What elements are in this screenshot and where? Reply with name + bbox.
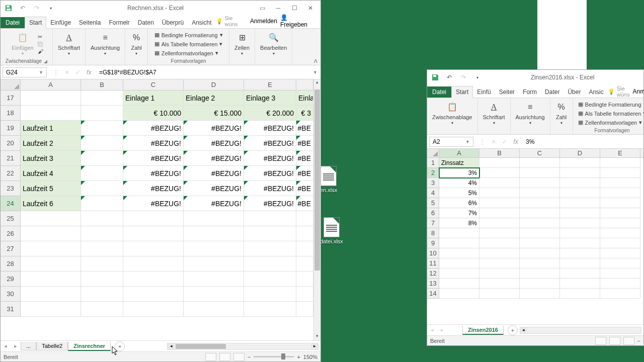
cell[interactable] [81,272,123,287]
fx-icon[interactable]: fx [84,69,94,76]
sheet-tab-zinsrechner[interactable]: Zinsrechner [68,342,111,351]
redo-button[interactable]: ↷ [457,71,469,83]
cell[interactable] [123,211,184,226]
cell[interactable]: #BEZUG! [244,196,296,211]
number-group-button[interactable]: % Zahl ▾ [553,100,570,127]
cell[interactable] [600,158,640,168]
cell[interactable] [520,188,560,198]
enter-icon[interactable]: ✓ [73,69,83,76]
cell[interactable] [439,279,479,289]
cell[interactable] [21,211,81,226]
undo-button[interactable]: ↶ [17,2,29,14]
cell[interactable]: #BEZUG! [123,136,184,151]
cell[interactable] [439,289,479,299]
cell[interactable] [520,198,560,208]
number-group-button[interactable]: % Zahl ▾ [128,31,144,57]
cell[interactable]: #BEZUG! [184,136,244,151]
cell[interactable]: Laufzeit 6 [21,196,81,211]
cell[interactable] [520,178,560,188]
conditional-formatting-button[interactable]: ▦Bedingte Formatierung ▾ [576,100,644,109]
tab-view[interactable]: Ansicht [188,17,215,28]
qat-dropdown[interactable]: ▾ [471,71,484,83]
row-header[interactable]: 20 [1,136,21,151]
formula-input[interactable] [523,137,643,146]
cell[interactable] [560,178,600,188]
cell[interactable] [296,211,313,226]
row-header[interactable]: 25 [1,211,21,226]
cell[interactable] [479,158,520,168]
zoom-thumb[interactable] [281,353,285,359]
chevron-down-icon[interactable]: ▼ [39,70,43,75]
editing-group-button[interactable]: 🔍 Bearbeiten ▾ [258,31,289,57]
select-all-button[interactable] [1,79,21,90]
cell[interactable] [560,208,600,218]
row-header[interactable]: 12 [427,268,439,279]
normal-view-button[interactable] [595,337,606,345]
cell[interactable]: Laufzeit 2 [21,136,81,151]
zoom-slider[interactable] [254,356,294,357]
col-header-d[interactable]: D [560,149,600,157]
enter-icon[interactable]: ✓ [500,138,510,145]
cell[interactable] [600,208,640,218]
alignment-group-button[interactable]: ≡ Ausrichtung ▾ [514,100,547,127]
cell[interactable] [21,226,81,241]
cell[interactable] [184,226,244,241]
cell[interactable] [439,238,479,248]
row-header[interactable]: 4 [427,188,439,198]
vertical-scrollbar[interactable]: ▴ ▾ [313,79,320,340]
tab-review[interactable]: Über [564,86,585,98]
paste-button[interactable]: 📋 Einfügen ▾ [10,31,35,57]
cell[interactable]: #BEZUG! [244,151,296,166]
row-header[interactable]: 10 [427,248,439,258]
cell[interactable] [81,302,123,317]
row-header[interactable]: 26 [1,226,21,241]
formula-input[interactable] [96,68,310,77]
normal-view-button[interactable] [205,353,216,361]
col-header-a[interactable]: A [21,79,81,90]
row-header[interactable]: 2 [427,168,439,178]
share-button[interactable]: 👤 Freigeben [280,14,316,28]
tab-review[interactable]: Überprü [158,17,188,28]
tab-nav-next[interactable]: ▸ [11,343,21,349]
sign-in-link[interactable]: Anmelden [250,18,277,25]
cell[interactable] [81,196,123,211]
cell[interactable] [600,178,640,188]
cell[interactable] [520,248,560,258]
cell[interactable] [296,302,313,317]
cell[interactable] [520,238,560,248]
cell[interactable] [520,158,560,168]
cell[interactable]: Einlage 1 [123,90,184,106]
tab-nav-prev[interactable]: ◂ [1,343,11,349]
row-header[interactable]: 9 [427,238,439,248]
col-header-f[interactable] [296,79,313,90]
cell[interactable] [560,228,600,238]
cell[interactable] [244,287,296,302]
row-header[interactable]: 31 [1,302,21,317]
zoom-out-button[interactable]: − [637,338,640,344]
cell[interactable] [244,256,296,272]
cell[interactable]: Laufzeit 4 [21,166,81,181]
collapse-ribbon-icon[interactable]: ᐱ [314,58,317,64]
cell[interactable] [81,90,123,106]
cell[interactable]: #BE [296,181,313,196]
row-header[interactable]: 30 [1,287,21,302]
cell[interactable] [123,226,184,241]
cells-group-button[interactable]: ⊞ Zellen ▾ [232,31,252,57]
cut-icon[interactable]: ✂ [38,34,43,40]
cell[interactable] [81,256,123,272]
tell-me-search[interactable]: 💡 Sie wüns [216,15,247,27]
alignment-group-button[interactable]: ≡ Ausrichtung ▾ [89,31,122,57]
cell[interactable]: #BEZUG! [184,181,244,196]
cell[interactable] [479,228,520,238]
cell[interactable] [520,168,560,178]
cell[interactable] [184,302,244,317]
page-break-button[interactable] [623,337,634,345]
zoom-out-button[interactable]: − [248,354,251,360]
cell[interactable] [81,121,123,136]
cell[interactable] [123,302,184,317]
tab-file[interactable]: Datei [427,86,451,98]
tell-me-search[interactable]: 💡 Sie wüns [608,85,630,98]
cell[interactable] [439,248,479,258]
col-header-b[interactable]: B [479,149,520,157]
cell[interactable] [296,226,313,241]
